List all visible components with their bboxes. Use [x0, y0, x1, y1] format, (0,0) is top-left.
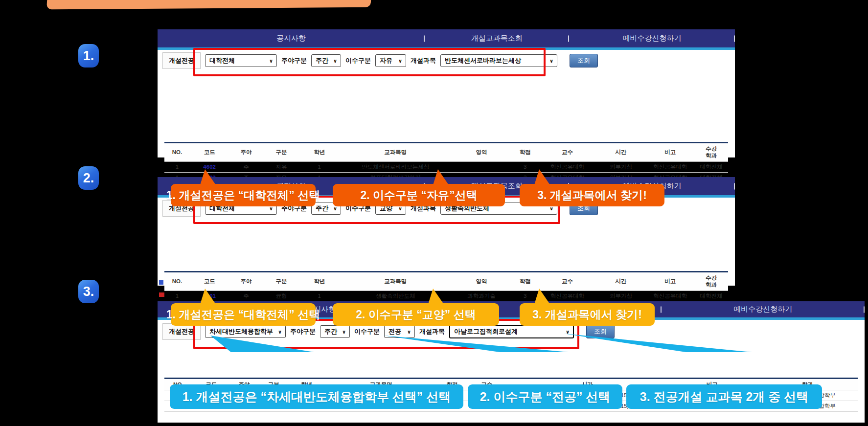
callout-step2: 2. 이수구분 “전공” 선택 [468, 384, 622, 409]
column-header: 비고 [646, 272, 694, 291]
course-select[interactable]: 반도체센서로바라보는세상∨ [440, 54, 557, 67]
daynight-select[interactable]: 주간∨ [320, 325, 350, 338]
dropdown-arrow-icon: ∨ [407, 329, 411, 335]
column-header: 시간 [595, 143, 646, 162]
dropdown-arrow-icon: ∨ [342, 329, 346, 335]
major-filter-label: 개설전공 [162, 52, 201, 69]
panel-content: 1. 개설전공은 “대학전체” 선택 2. 이수구분 “교양” 선택 3. 개설… [158, 271, 735, 302]
obscured-text-fragment [159, 292, 164, 297]
column-header: 주야 [229, 272, 263, 291]
column-header: 주야 [229, 143, 263, 162]
table-header-row: NO.코드주야구분학년교과목명영역학점교수시간비고수강 학과 [164, 143, 728, 162]
column-header: 교수 [539, 272, 595, 291]
tab-pre-registration[interactable]: 예비수강신청하기 [569, 29, 735, 47]
callout-step2: 2. 이수구분 “자유”선택 [333, 184, 505, 206]
dropdown-arrow-icon: ∨ [549, 206, 553, 211]
step-badge-3: 3. [78, 280, 99, 303]
column-header: 구분 [263, 143, 300, 162]
major-select[interactable]: 차세대반도체융합학부∨ [205, 325, 286, 338]
completion-select-value: 자유 [380, 56, 392, 65]
table-cell: 혁신공유대학 [646, 161, 694, 172]
table-cell: 1 [299, 291, 339, 301]
column-header: 수강 학과 [694, 272, 728, 291]
column-header: 학년 [299, 272, 339, 291]
course-select-value: 반도체센서로바라보는세상 [445, 56, 521, 65]
completion-select[interactable]: 자유∨ [375, 54, 406, 67]
course-select[interactable]: 아날로그집적회로설계∨ [449, 325, 574, 338]
table-row: 14601주균형1생활속의반도체과학과기술3혁신공유대학외부가상혁신공유대학대학… [164, 291, 728, 301]
table-cell: 주 [229, 161, 263, 172]
obscured-text-fragment [159, 280, 163, 285]
nav-tab-bar: 공지사항 개설교과목조회 예비수강신청하기 [158, 29, 735, 47]
course-filter-label: 개설과목 [411, 56, 436, 65]
column-header: 수강 학과 [694, 143, 728, 162]
table-cell: 1 [164, 291, 190, 301]
column-header: NO. [164, 143, 190, 162]
major-select-value: 차세대반도체융합학부 [209, 327, 273, 336]
column-header: 학년 [299, 143, 339, 162]
tutorial-page: { "badges": ["1.", "2.", "3."], "nav_tab… [0, 0, 868, 426]
search-button[interactable]: 조회 [570, 54, 598, 67]
table-cell: 균형 [263, 291, 300, 301]
callout-step3: 3. 전공개설 교과목 2개 중 선택 [626, 384, 822, 409]
tab-notice[interactable]: 공지사항 [158, 29, 425, 47]
completion-select-value: 전공 [388, 327, 401, 336]
course-select-value: 아날로그집적회로설계 [454, 327, 518, 336]
dropdown-arrow-icon: ∨ [278, 329, 282, 335]
callout-step1: 1. 개설전공은 “차세대반도체융합학부 선택” 선택 [170, 384, 463, 409]
dropdown-arrow-icon: ∨ [269, 58, 273, 64]
column-header: 학점 [511, 143, 539, 162]
daynight-filter-label: 주야구분 [281, 56, 307, 65]
step-badge-1: 1. [78, 44, 99, 67]
course-filter-label: 개설과목 [419, 327, 445, 336]
table-cell: 혁신공유대학 [646, 291, 694, 301]
callout-step1: 1. 개설전공은 “대학전체” 선택 [171, 303, 316, 326]
daynight-select-value: 주간 [316, 204, 328, 213]
completion-filter-label: 이수구분 [345, 56, 371, 65]
dropdown-arrow-icon: ∨ [333, 206, 337, 211]
table-cell: 주 [229, 291, 263, 301]
table-cell: 대학전체 [694, 291, 728, 301]
table-cell: 1 [299, 161, 339, 172]
table-header-row: NO.코드주야구분학년교과목명영역학점교수시간비고수강 학과 [164, 272, 728, 291]
major-select[interactable]: 대학전체∨ [205, 54, 277, 67]
major-filter-label: 개설전공 [162, 323, 201, 340]
column-header: 영역 [452, 272, 511, 291]
title-highlight-bar [46, 0, 371, 9]
callout-step3: 3. 개설과목에서 찾기! [520, 303, 655, 326]
column-header: 구분 [263, 272, 300, 291]
screenshot-panel-1: 공지사항 개설교과목조회 예비수강신청하기 개설전공 대학전체∨ 주야구분 주간… [158, 29, 735, 157]
table-cell: 외부가상 [595, 291, 646, 301]
table-cell: 자유 [263, 161, 300, 172]
daynight-filter-label: 주야구분 [290, 327, 316, 336]
dropdown-arrow-icon: ∨ [566, 329, 570, 335]
completion-select[interactable]: 전공∨ [384, 325, 415, 338]
dropdown-arrow-icon: ∨ [269, 206, 273, 211]
dropdown-arrow-icon: ∨ [398, 206, 402, 211]
column-header: 비고 [646, 143, 694, 162]
table-cell: 1 [164, 161, 190, 172]
column-header: 시간 [595, 272, 646, 291]
table-cell [452, 161, 511, 172]
column-header: NO. [164, 272, 190, 291]
dropdown-arrow-icon: ∨ [398, 58, 402, 64]
tab-course-search[interactable]: 개설교과목조회 [425, 29, 569, 47]
dropdown-arrow-icon: ∨ [549, 58, 553, 64]
daynight-select[interactable]: 주간∨ [311, 54, 341, 67]
column-header: 영역 [452, 143, 511, 162]
course-result-table: NO.코드주야구분학년교과목명영역학점교수시간비고수강 학과 14601주균형1… [164, 271, 728, 302]
daynight-select-value: 주간 [324, 327, 337, 336]
column-header: 코드 [190, 143, 229, 162]
tab-pre-registration[interactable]: 예비수강신청하기 [662, 301, 865, 317]
table-cell: 외부가상 [595, 161, 646, 172]
search-button[interactable]: 조회 [586, 325, 615, 338]
column-header: 교과목명 [339, 272, 452, 291]
table-cell: 과학과기술 [452, 291, 511, 301]
completion-filter-label: 이수구분 [354, 327, 380, 336]
major-select-value: 대학전체 [209, 56, 235, 65]
column-header: 코드 [190, 272, 229, 291]
callout-step2: 2. 이수구분 “교양” 선택 [333, 303, 499, 326]
filter-row: 개설전공 대학전체∨ 주야구분 주간∨ 이수구분 자유∨ 개설과목 반도체센서로… [158, 50, 735, 71]
table-cell: 대학전체 [694, 161, 728, 172]
column-header: 교과목명 [339, 143, 452, 162]
